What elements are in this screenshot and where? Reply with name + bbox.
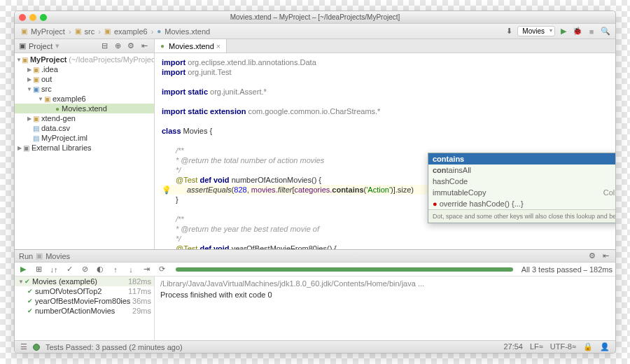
project-tree: ▼▣MyProject (~/IdeaProjects/MyProject) ▶… bbox=[15, 53, 154, 249]
search-icon[interactable]: 🔍 bbox=[600, 26, 611, 37]
folder-icon: ▣ bbox=[104, 27, 111, 35]
caret-position[interactable]: 27:54 bbox=[503, 342, 523, 351]
export-icon[interactable]: ⇥ bbox=[141, 264, 152, 275]
console-cmd: /Library/Java/JavaVirtualMachines/jdk1.8… bbox=[160, 279, 610, 288]
folder-icon: ▣ bbox=[33, 115, 39, 122]
debug-button[interactable]: 🐞 bbox=[572, 26, 583, 37]
completion-item[interactable]: containsSet.java bbox=[428, 153, 615, 164]
tree-item[interactable]: ▶▣out bbox=[15, 74, 154, 84]
chevron-right-icon: › bbox=[69, 27, 71, 36]
file-encoding[interactable]: UTF-8≈ bbox=[550, 342, 576, 351]
completion-hint: Dot, space and some other keys will also… bbox=[428, 209, 615, 223]
folder-icon: ▣ bbox=[21, 27, 27, 35]
window-title: Movies.xtend – MyProject – [~/IdeaProjec… bbox=[15, 13, 615, 21]
toggle-tree-icon[interactable]: ⊞ bbox=[33, 264, 44, 275]
run-panel: Run ▣ Movies ⚙ ⇤ ▶ ⊞ ↓↑ ✓ ⊘ ◐ ↑ ↓ ⇥ ⟳ bbox=[15, 249, 615, 340]
prev-test-icon[interactable]: ↑ bbox=[110, 264, 121, 275]
project-sidebar: ▣ Project ▾ ⊟ ⊕ ⚙ ⇤ ▼▣MyProject (~/IdeaP… bbox=[15, 39, 155, 249]
editor-tab-bar: ● Movies.xtend × bbox=[155, 39, 615, 53]
main-toolbar: ▣MyProject › ▣src › ▣example6 › ●Movies.… bbox=[15, 24, 615, 39]
completion-item[interactable]: immutableCopyCollectionExtensions.class bbox=[428, 187, 615, 198]
tree-item[interactable]: ▶▣.idea bbox=[15, 64, 154, 74]
target-icon[interactable]: ⊕ bbox=[112, 41, 123, 52]
line-separator[interactable]: LF≈ bbox=[530, 342, 543, 351]
test-progress-bar bbox=[176, 267, 513, 272]
hide-icon[interactable]: ⇤ bbox=[600, 251, 611, 262]
completion-item[interactable]: containsAllSet.java bbox=[428, 164, 615, 176]
intention-bulb-icon[interactable]: 💡 bbox=[162, 185, 170, 195]
console-exit: Process finished with exit code 0 bbox=[160, 290, 610, 299]
tree-item[interactable]: ▼▣example6 bbox=[15, 94, 154, 104]
history-icon[interactable]: ⟳ bbox=[156, 264, 167, 275]
csv-file-icon: ▤ bbox=[33, 125, 39, 132]
stop-button[interactable]: ■ bbox=[586, 26, 597, 37]
editor-tab[interactable]: ● Movies.xtend × bbox=[155, 39, 227, 52]
iml-file-icon: ▤ bbox=[33, 134, 39, 142]
tree-item-movies[interactable]: ●Movies.xtend bbox=[15, 104, 154, 113]
completion-item[interactable]: hashCodeSet.java bbox=[428, 176, 615, 187]
file-icon: ● bbox=[157, 27, 161, 35]
next-test-icon[interactable]: ↓ bbox=[125, 264, 136, 275]
run-toolbar: ▶ ⊞ ↓↑ ✓ ⊘ ◐ ↑ ↓ ⇥ ⟳ All 3 tests passed … bbox=[15, 262, 615, 276]
code-editor[interactable]: import org.eclipse.xtend.lib.annotations… bbox=[155, 53, 615, 249]
sort-icon[interactable]: ↓↑ bbox=[48, 264, 59, 275]
run-tab-label[interactable]: Run bbox=[19, 252, 33, 260]
rerun-button[interactable]: ▶ bbox=[18, 264, 29, 275]
show-stats-icon[interactable]: ◐ bbox=[94, 264, 106, 275]
breadcrumb-item[interactable]: ●Movies.xtend bbox=[155, 27, 212, 36]
status-text: Tests Passed: 3 passed (2 minutes ago) bbox=[46, 343, 183, 351]
completion-popup: containsSet.java containsAllSet.java has… bbox=[428, 153, 615, 223]
close-tab-icon[interactable]: × bbox=[216, 42, 220, 50]
project-panel-header: ▣ Project ▾ ⊟ ⊕ ⚙ ⇤ bbox=[15, 39, 154, 53]
tree-item[interactable]: ▤data.csv bbox=[15, 123, 154, 133]
xtend-file-icon: ● bbox=[55, 105, 59, 113]
test-item[interactable]: ✔yearOfBestMovieFrom80ies36ms bbox=[15, 296, 154, 306]
toggle-readonly-icon[interactable]: 🔒 bbox=[583, 342, 593, 351]
breadcrumb-item[interactable]: ▣src bbox=[73, 27, 97, 36]
package-icon: ▣ bbox=[44, 95, 50, 103]
breadcrumb-item[interactable]: ▣MyProject bbox=[19, 27, 67, 36]
ide-window: Movies.xtend – MyProject – [~/IdeaProjec… bbox=[14, 10, 616, 354]
run-config-label: Movies bbox=[46, 252, 70, 260]
completion-item[interactable]: ● override hashCode() {...}Object bbox=[428, 198, 615, 209]
tree-item[interactable]: ▤MyProject.iml bbox=[15, 133, 154, 143]
build-icon[interactable]: ⬇ bbox=[503, 26, 514, 37]
status-tests-icon[interactable]: ☰ bbox=[20, 342, 27, 351]
test-tree: ▼✔Movies (example6)182ms ✔sumOfVotesOfTo… bbox=[15, 276, 155, 340]
tests-passed-icon bbox=[33, 344, 40, 351]
ok-icon: ✔ bbox=[27, 307, 33, 314]
run-button[interactable]: ▶ bbox=[558, 26, 569, 37]
folder-icon: ▣ bbox=[22, 56, 28, 64]
filter-passed-icon[interactable]: ✓ bbox=[64, 264, 75, 275]
breadcrumb-item[interactable]: ▣example6 bbox=[102, 27, 150, 36]
panel-title: Project bbox=[29, 42, 52, 50]
ok-icon: ✔ bbox=[27, 288, 33, 295]
console-output[interactable]: /Library/Java/JavaVirtualMachines/jdk1.8… bbox=[155, 276, 615, 340]
tree-root[interactable]: ▼▣MyProject (~/IdeaProjects/MyProject) bbox=[15, 55, 154, 64]
test-root[interactable]: ▼✔Movies (example6)182ms bbox=[15, 276, 154, 286]
hector-icon[interactable]: 👤 bbox=[600, 342, 610, 351]
panel-pin-icon[interactable]: ▣ bbox=[19, 41, 26, 50]
hide-icon[interactable]: ⇤ bbox=[139, 41, 150, 52]
collapse-icon[interactable]: ⊟ bbox=[99, 41, 110, 52]
tree-item[interactable]: ▼▣src bbox=[15, 84, 154, 94]
test-item[interactable]: ✔sumOfVotesOfTop2117ms bbox=[15, 286, 154, 296]
editor-area: ● Movies.xtend × import org.eclipse.xten… bbox=[155, 39, 615, 249]
run-config-dropdown[interactable]: Movies bbox=[517, 26, 555, 36]
chevron-right-icon: › bbox=[98, 27, 101, 36]
ok-icon: ✔ bbox=[24, 278, 30, 285]
gear-icon[interactable]: ⚙ bbox=[125, 41, 136, 52]
src-folder-icon: ▣ bbox=[33, 85, 39, 93]
breadcrumb: ▣MyProject › ▣src › ▣example6 › ●Movies.… bbox=[19, 27, 212, 36]
gear-icon[interactable]: ⚙ bbox=[587, 251, 598, 262]
xtend-file-icon: ● bbox=[160, 42, 164, 50]
test-item[interactable]: ✔numberOfActionMovies29ms bbox=[15, 306, 154, 316]
tree-item-extlib[interactable]: ▶▣External Libraries bbox=[15, 143, 154, 153]
tree-item[interactable]: ▶▣xtend-gen bbox=[15, 113, 154, 123]
folder-icon: ▣ bbox=[33, 66, 39, 74]
run-body: ▼✔Movies (example6)182ms ✔sumOfVotesOfTo… bbox=[15, 276, 615, 340]
run-panel-header: Run ▣ Movies ⚙ ⇤ bbox=[15, 250, 615, 262]
filter-ignored-icon[interactable]: ⊘ bbox=[79, 264, 90, 275]
status-bar: ☰ Tests Passed: 3 passed (2 minutes ago)… bbox=[15, 340, 615, 353]
folder-icon: ▣ bbox=[33, 76, 39, 83]
